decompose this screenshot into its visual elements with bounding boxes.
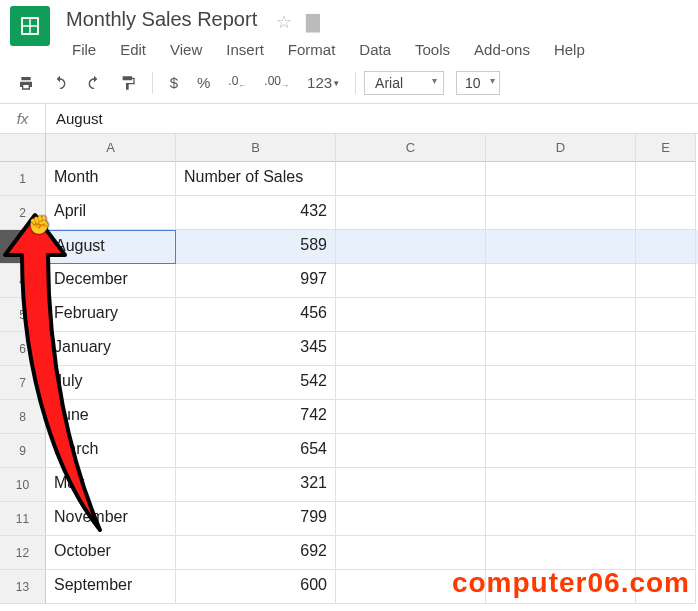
cell[interactable] <box>636 332 696 366</box>
cell[interactable]: September <box>46 570 176 604</box>
font-size-select[interactable]: 10 <box>456 71 500 95</box>
row-header-11[interactable]: 11 <box>0 502 46 536</box>
cell[interactable]: Number of Sales <box>176 162 336 196</box>
cell[interactable]: 654 <box>176 434 336 468</box>
row-header-3[interactable]: 3 <box>0 230 46 264</box>
currency-button[interactable]: $ <box>161 68 187 97</box>
menu-view[interactable]: View <box>160 37 212 62</box>
col-header-C[interactable]: C <box>336 134 486 162</box>
cell[interactable] <box>486 264 636 298</box>
cell[interactable] <box>336 230 486 264</box>
row-header-6[interactable]: 6 <box>0 332 46 366</box>
menu-tools[interactable]: Tools <box>405 37 460 62</box>
row-header-2[interactable]: 2 <box>0 196 46 230</box>
cell[interactable]: June <box>46 400 176 434</box>
cell[interactable]: November <box>46 502 176 536</box>
row-header-8[interactable]: 8 <box>0 400 46 434</box>
decrease-decimal-button[interactable]: .0← <box>220 68 254 96</box>
cell[interactable] <box>636 536 696 570</box>
cell[interactable] <box>336 536 486 570</box>
cell[interactable]: August <box>46 230 176 264</box>
cell[interactable] <box>336 332 486 366</box>
menu-data[interactable]: Data <box>349 37 401 62</box>
cell[interactable]: April <box>46 196 176 230</box>
menu-help[interactable]: Help <box>544 37 595 62</box>
cell[interactable] <box>486 536 636 570</box>
cell[interactable]: 456 <box>176 298 336 332</box>
cell[interactable]: 345 <box>176 332 336 366</box>
cell[interactable] <box>636 298 696 332</box>
col-header-D[interactable]: D <box>486 134 636 162</box>
increase-decimal-button[interactable]: .00→ <box>256 68 297 96</box>
menu-edit[interactable]: Edit <box>110 37 156 62</box>
folder-icon[interactable]: ▇ <box>306 11 320 33</box>
cell[interactable] <box>336 366 486 400</box>
redo-icon[interactable] <box>78 69 110 97</box>
cell[interactable] <box>636 502 696 536</box>
undo-icon[interactable] <box>44 69 76 97</box>
col-header-B[interactable]: B <box>176 134 336 162</box>
cell[interactable] <box>636 366 696 400</box>
cell[interactable] <box>636 230 696 264</box>
cell[interactable]: 997 <box>176 264 336 298</box>
document-title[interactable]: Monthly Sales Report <box>62 6 261 33</box>
cell[interactable]: February <box>46 298 176 332</box>
menu-addons[interactable]: Add-ons <box>464 37 540 62</box>
cell[interactable]: 321 <box>176 468 336 502</box>
row-header-1[interactable]: 1 <box>0 162 46 196</box>
cell[interactable]: July <box>46 366 176 400</box>
cell[interactable]: 542 <box>176 366 336 400</box>
cell[interactable] <box>336 400 486 434</box>
select-all-corner[interactable] <box>0 134 46 162</box>
cell[interactable] <box>636 162 696 196</box>
formula-input[interactable]: August <box>46 104 698 133</box>
cell[interactable] <box>636 434 696 468</box>
cell[interactable]: January <box>46 332 176 366</box>
cell[interactable] <box>486 366 636 400</box>
cell[interactable]: 432 <box>176 196 336 230</box>
cell[interactable]: 600 <box>176 570 336 604</box>
cell[interactable] <box>336 162 486 196</box>
cell[interactable]: March <box>46 434 176 468</box>
cell[interactable] <box>336 264 486 298</box>
cell[interactable] <box>636 400 696 434</box>
col-header-E[interactable]: E <box>636 134 696 162</box>
cell[interactable]: December <box>46 264 176 298</box>
cell[interactable] <box>336 434 486 468</box>
cell[interactable] <box>486 196 636 230</box>
cell[interactable]: 742 <box>176 400 336 434</box>
paint-format-icon[interactable] <box>112 69 144 97</box>
number-format-button[interactable]: 123▾ <box>299 68 347 97</box>
row-header-9[interactable]: 9 <box>0 434 46 468</box>
cell[interactable] <box>486 332 636 366</box>
cell[interactable]: Month <box>46 162 176 196</box>
percent-button[interactable]: % <box>189 68 218 97</box>
cell[interactable]: May <box>46 468 176 502</box>
row-header-13[interactable]: 13 <box>0 570 46 604</box>
menu-file[interactable]: File <box>62 37 106 62</box>
cell[interactable] <box>486 400 636 434</box>
cell[interactable] <box>336 196 486 230</box>
cell[interactable]: 799 <box>176 502 336 536</box>
cell[interactable]: 589 <box>176 230 336 264</box>
cell[interactable] <box>486 230 636 264</box>
cell[interactable] <box>336 298 486 332</box>
star-icon[interactable]: ☆ <box>276 11 292 33</box>
cell[interactable] <box>486 434 636 468</box>
row-header-4[interactable]: 4 <box>0 264 46 298</box>
row-header-12[interactable]: 12 <box>0 536 46 570</box>
cell[interactable] <box>336 502 486 536</box>
cell[interactable] <box>486 468 636 502</box>
print-icon[interactable] <box>10 69 42 97</box>
cell[interactable] <box>636 264 696 298</box>
font-family-select[interactable]: Arial <box>364 71 444 95</box>
row-header-5[interactable]: 5 <box>0 298 46 332</box>
cell[interactable] <box>636 468 696 502</box>
col-header-A[interactable]: A <box>46 134 176 162</box>
row-header-10[interactable]: 10 <box>0 468 46 502</box>
cell[interactable] <box>486 162 636 196</box>
cell[interactable] <box>486 298 636 332</box>
cell[interactable] <box>486 502 636 536</box>
cell[interactable]: 692 <box>176 536 336 570</box>
cell[interactable] <box>336 468 486 502</box>
